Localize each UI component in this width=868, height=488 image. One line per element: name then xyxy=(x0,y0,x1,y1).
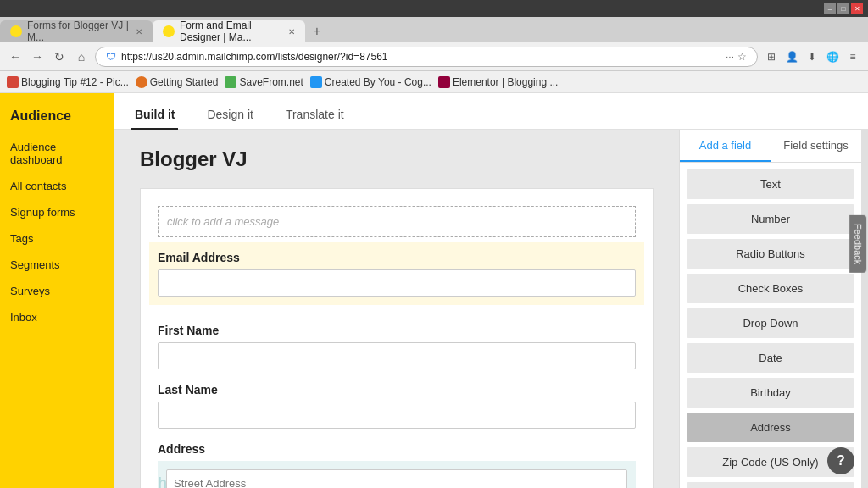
feedback-tab[interactable]: Feedback xyxy=(849,215,866,273)
click-message[interactable]: click to add a message xyxy=(158,206,636,237)
bookmark-gmail[interactable]: Blogging Tip #12 - Pic... xyxy=(7,76,129,88)
panel-tab-field-settings[interactable]: Field settings xyxy=(771,130,861,162)
bookmark-label-3: SaveFrom.net xyxy=(239,76,303,88)
tab-design-it[interactable]: Design it xyxy=(203,101,256,130)
main-layout: Audience Audience dashboard All contacts… xyxy=(0,93,868,488)
panel-tabs: Add a field Field settings xyxy=(680,130,861,163)
sidebar: Audience Audience dashboard All contacts… xyxy=(0,93,114,488)
app-tabs: Build it Design it Translate it xyxy=(114,93,868,130)
bookmark-savefrom[interactable]: SaveFrom.net xyxy=(225,76,303,88)
first-name-label: First Name xyxy=(158,324,636,337)
email-label: Email Address xyxy=(158,251,636,264)
bookmark-getting-started[interactable]: Getting Started xyxy=(136,76,219,88)
sidebar-item-tags[interactable]: Tags xyxy=(0,225,114,252)
scrollbar-track[interactable] xyxy=(861,130,868,488)
browser-tab-bar: Forms for Blogger VJ | M... ✕ Form and E… xyxy=(0,17,868,42)
email-input[interactable] xyxy=(158,269,636,297)
field-btn-phone[interactable]: Phone xyxy=(687,482,854,488)
form-preview[interactable]: Blogger VJ click to add a message Email … xyxy=(114,130,679,488)
app-area: Build it Design it Translate it Blogger … xyxy=(114,93,868,488)
browser-tab-2[interactable]: Form and Email Designer | Ma... ✕ xyxy=(153,20,305,42)
email-field-group: Email Address xyxy=(149,242,644,305)
bookmark-label-1: Blogging Tip #12 - Pic... xyxy=(21,76,129,88)
minimize-button[interactable]: – xyxy=(824,3,836,14)
sidebar-item-surveys[interactable]: Surveys xyxy=(0,278,114,304)
maximize-button[interactable]: □ xyxy=(837,3,849,14)
security-icon: 🛡 xyxy=(106,51,116,63)
address-field[interactable]: 🛡 https://us20.admin.mailchimp.com/lists… xyxy=(95,47,758,67)
address-bar-row: ← → ↻ ⌂ 🛡 https://us20.admin.mailchimp.c… xyxy=(0,42,868,71)
bookmark-icon: ☆ xyxy=(737,51,747,63)
download-icon[interactable]: ⬇ xyxy=(804,48,821,65)
tab-close-1[interactable]: ✕ xyxy=(136,27,142,36)
last-name-field-group: Last Name xyxy=(158,383,636,429)
ff-favicon xyxy=(136,76,147,88)
back-button[interactable]: ← xyxy=(7,48,24,65)
sf-favicon xyxy=(225,76,236,88)
url-text: https://us20.admin.mailchimp.com/lists/d… xyxy=(121,51,721,63)
new-tab-button[interactable]: + xyxy=(305,20,329,42)
sidebar-item-all-contacts[interactable]: All contacts xyxy=(0,173,114,199)
field-btn-drop-down[interactable]: Drop Down xyxy=(687,308,854,338)
bookmark-elementor[interactable]: Elementor | Blogging ... xyxy=(438,76,559,88)
user-icon[interactable]: 👤 xyxy=(783,48,800,65)
address-label: Address xyxy=(158,442,636,456)
tab-translate-it[interactable]: Translate it xyxy=(282,101,348,130)
address-section: hidden hidden hidden hidden hidden hidde… xyxy=(158,461,636,488)
bookmark-label-4: Created By You - Cog... xyxy=(325,76,431,88)
home-button[interactable]: ⌂ xyxy=(73,48,90,65)
window-controls[interactable]: – □ ✕ xyxy=(824,3,863,14)
addon-icon[interactable]: 🌐 xyxy=(824,48,841,65)
bookmark-label-5: Elementor | Blogging ... xyxy=(453,76,559,88)
address-icons: ··· ☆ xyxy=(726,51,747,63)
first-name-field-group: First Name xyxy=(158,324,636,369)
extensions-icon[interactable]: ⊞ xyxy=(763,48,780,65)
help-button[interactable]: ? xyxy=(827,447,854,474)
field-btn-address[interactable]: Address xyxy=(687,413,854,442)
browser-titlebar: – □ ✕ xyxy=(0,0,868,17)
form-title: Blogger VJ xyxy=(140,147,654,171)
field-btn-check-boxes[interactable]: Check Boxes xyxy=(687,274,854,303)
sidebar-item-signup-forms[interactable]: Signup forms xyxy=(0,199,114,225)
field-btn-date[interactable]: Date xyxy=(687,343,854,373)
tab-label-2: Form and Email Designer | Ma... xyxy=(180,19,283,43)
sidebar-item-inbox[interactable]: Inbox xyxy=(0,304,114,330)
more-icon: ··· xyxy=(726,51,734,63)
sidebar-title: Audience xyxy=(0,102,114,134)
right-panel: Add a field Field settings Text Number R… xyxy=(679,130,861,488)
form-container: click to add a message Email Address Fir… xyxy=(140,188,654,488)
el-favicon xyxy=(438,76,450,88)
tab-favicon-2 xyxy=(163,25,175,37)
tab-label-1: Forms for Blogger VJ | M... xyxy=(27,19,131,43)
tab-close-2[interactable]: ✕ xyxy=(288,27,295,36)
field-buttons: Text Number Radio Buttons Check Boxes Dr… xyxy=(680,163,861,488)
sidebar-item-segments[interactable]: Segments xyxy=(0,252,114,278)
browser-right-icons: ⊞ 👤 ⬇ 🌐 ≡ xyxy=(763,48,861,65)
tab-favicon-1 xyxy=(10,25,22,37)
field-btn-number[interactable]: Number xyxy=(687,204,854,234)
bookmarks-bar: Blogging Tip #12 - Pic... Getting Starte… xyxy=(0,71,868,93)
last-name-input[interactable] xyxy=(158,402,636,429)
cb-favicon xyxy=(310,76,322,88)
tab-build-it[interactable]: Build it xyxy=(131,101,178,130)
content-area: Blogger VJ click to add a message Email … xyxy=(114,130,868,488)
street-address-input[interactable] xyxy=(166,469,627,488)
sidebar-item-audience-dashboard[interactable]: Audience dashboard xyxy=(0,134,114,173)
field-btn-text[interactable]: Text xyxy=(687,169,854,199)
forward-button[interactable]: → xyxy=(29,48,46,65)
refresh-button[interactable]: ↻ xyxy=(51,48,68,65)
panel-tab-add-field[interactable]: Add a field xyxy=(680,130,771,162)
last-name-label: Last Name xyxy=(158,383,636,396)
menu-icon[interactable]: ≡ xyxy=(844,48,861,65)
address-field-group: Address hidden hidden hidden hidden hidd… xyxy=(158,442,636,488)
field-btn-birthday[interactable]: Birthday xyxy=(687,378,854,408)
bookmark-cby[interactable]: Created By You - Cog... xyxy=(310,76,431,88)
gmail-favicon xyxy=(7,76,19,88)
first-name-input[interactable] xyxy=(158,342,636,369)
bookmark-label-2: Getting Started xyxy=(150,76,219,88)
field-btn-radio-buttons[interactable]: Radio Buttons xyxy=(687,239,854,269)
browser-tab-1[interactable]: Forms for Blogger VJ | M... ✕ xyxy=(0,20,153,42)
close-button[interactable]: ✕ xyxy=(851,3,863,14)
